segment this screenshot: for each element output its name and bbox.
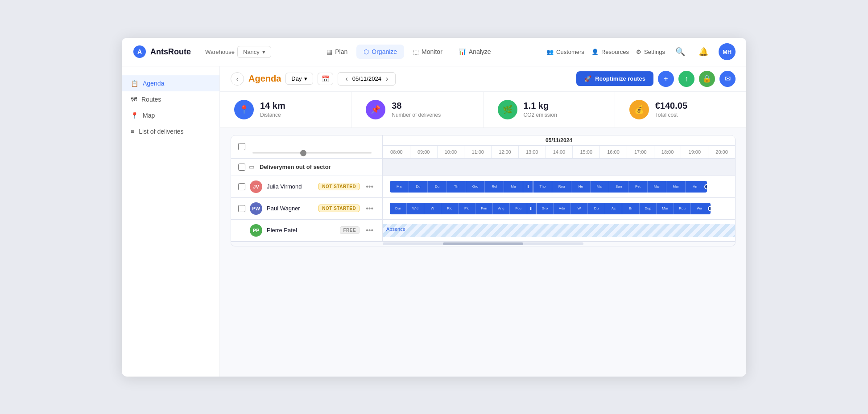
seg: Rou: [674, 203, 691, 214]
nav-right: 👥 Customers 👤 Resources ⚙ Settings 🔍 🔔 M…: [546, 43, 736, 60]
stat-co2: 🌿 1.1 kg CO2 emission: [484, 92, 615, 127]
co2-value: 1.1 kg: [524, 101, 557, 111]
stat-distance-info: 14 km Distance: [260, 101, 285, 118]
seg: Rou: [552, 181, 571, 193]
time-slot-8: 16:00: [599, 146, 627, 158]
sector-label: Deliverymen out of sector: [260, 164, 331, 170]
sidebar-item-map[interactable]: 📍 Map: [122, 107, 219, 123]
seg: Fou: [510, 203, 527, 214]
sector-row-left: ▭ Deliverymen out of sector: [231, 159, 383, 176]
customers-icon: 👥: [546, 49, 554, 55]
next-date-button[interactable]: ›: [384, 75, 390, 83]
content-area: ‹ Agenda Day ▾ 📅 ‹ 05/11/2024 › 🚀 Reopti…: [220, 66, 746, 377]
agenda-table: 05/11/2024 08:00 09:00 10:00 11:00 12:00…: [231, 135, 736, 246]
sidebar-item-routes[interactable]: 🗺 Routes: [122, 91, 219, 107]
seg-break: ⏸: [523, 181, 533, 193]
paul-more-button[interactable]: •••: [364, 205, 375, 213]
stat-cost-info: €140.05 Total cost: [655, 101, 687, 118]
time-slot-9: 17:00: [627, 146, 654, 158]
chevron-down-icon: ▾: [262, 49, 265, 55]
lock-button[interactable]: 🔒: [699, 71, 715, 87]
add-button[interactable]: +: [658, 71, 674, 87]
cost-label: Total cost: [655, 112, 687, 118]
search-button[interactable]: 🔍: [672, 44, 688, 60]
paul-segments: Dur Wid W Ric Pic Fon Ang Fou ⏸ Gro: [390, 203, 708, 214]
monitor-icon: ⬚: [413, 48, 419, 55]
seg: W: [571, 203, 588, 214]
nav-organize[interactable]: ⬡ Organize: [356, 45, 404, 59]
resources-link[interactable]: 👤 Resources: [591, 49, 629, 55]
nav-plan[interactable]: ▦ Plan: [319, 45, 355, 59]
julia-timeline[interactable]: Ma Du Du Th Gro Rol Ma ⏸ Tho Rou: [383, 176, 735, 197]
seg: Mar: [591, 181, 610, 193]
warehouse-dropdown[interactable]: Nancy ▾: [237, 46, 271, 58]
back-button[interactable]: ‹: [231, 72, 244, 86]
nav-analyze[interactable]: 📊 Analyze: [451, 45, 498, 59]
seg: Mar: [648, 181, 667, 193]
seg: Mar: [666, 181, 686, 193]
svg-text:A: A: [137, 48, 142, 55]
time-slot-0: 08:00: [383, 146, 410, 158]
julia-more-button[interactable]: •••: [364, 183, 375, 191]
warehouse-selector: Warehouse Nancy ▾: [205, 46, 271, 58]
user-avatar[interactable]: MH: [719, 43, 736, 60]
logo-area: A AntsRoute: [132, 45, 191, 59]
deliveries-value: 38: [392, 101, 441, 111]
time-slot-12: 20:00: [708, 146, 735, 158]
seg: Dur: [390, 203, 407, 214]
upload-button[interactable]: ↑: [678, 71, 694, 87]
paul-status: NOT STARTED: [318, 205, 360, 212]
nav-monitor[interactable]: ⬚ Monitor: [406, 45, 450, 59]
pierre-no-checkbox: [238, 227, 245, 234]
julia-checkbox[interactable]: [238, 183, 245, 190]
paul-timeline[interactable]: Dur Wid W Ric Pic Fon Ang Fou ⏸ Gro: [383, 198, 735, 219]
customers-link[interactable]: 👥 Customers: [546, 49, 584, 55]
seg: Ang: [493, 203, 510, 214]
agenda-icon: 📋: [131, 80, 138, 87]
scrollbar-thumb[interactable]: [443, 242, 523, 245]
map-icon: 📍: [131, 112, 138, 119]
absence-label: Absence: [383, 224, 409, 234]
stat-cost: 💰 €140.05 Total cost: [615, 92, 746, 127]
route-end-dot: [708, 206, 711, 211]
cost-icon: 💰: [629, 100, 649, 119]
view-selector[interactable]: Day ▾: [285, 73, 313, 85]
pierre-timeline: Absence: [383, 220, 735, 241]
cost-value: €140.05: [655, 101, 687, 111]
seg: Wa: [691, 203, 708, 214]
seg: Ac: [605, 203, 623, 214]
sector-checkbox[interactable]: [238, 164, 245, 171]
julia-row-left: JV Julia Virmond NOT STARTED •••: [231, 176, 383, 197]
seg: An: [686, 181, 704, 193]
settings-link[interactable]: ⚙ Settings: [636, 49, 665, 55]
seg: Du: [428, 181, 447, 193]
sidebar-item-list-of-deliveries[interactable]: ≡ List of deliveries: [122, 123, 219, 139]
email-button[interactable]: ✉: [719, 71, 736, 87]
paul-bar: Dur Wid W Ric Pic Fon Ang Fou ⏸ Gro: [390, 203, 711, 214]
seg: Du: [588, 203, 605, 214]
seg: Tho: [533, 181, 553, 193]
calendar-icon[interactable]: 📅: [318, 73, 333, 85]
select-all-checkbox[interactable]: [238, 143, 245, 150]
sector-row: ▭ Deliverymen out of sector: [231, 159, 735, 176]
seg: Ma: [390, 181, 409, 193]
time-slot-1: 09:00: [410, 146, 437, 158]
distance-label: Distance: [260, 112, 285, 118]
distance-value: 14 km: [260, 101, 285, 111]
seg: Pet: [628, 181, 648, 193]
paul-checkbox[interactable]: [238, 205, 245, 212]
reoptimize-button[interactable]: 🚀 Reoptimize routes: [576, 71, 653, 86]
seg: San: [609, 181, 628, 193]
pierre-more-button[interactable]: •••: [364, 226, 375, 234]
seg: Mar: [657, 203, 674, 214]
scrollbar-track[interactable]: [383, 242, 583, 245]
julia-status: NOT STARTED: [318, 183, 360, 190]
chevron-down-icon: ▾: [304, 75, 307, 82]
warehouse-label: Warehouse: [205, 49, 235, 55]
notifications-button[interactable]: 🔔: [695, 44, 711, 60]
sidebar-item-agenda[interactable]: 📋 Agenda: [122, 75, 219, 91]
app-window: A AntsRoute Warehouse Nancy ▾ ▦ Plan ⬡ O…: [122, 38, 746, 377]
time-slot-4: 12:00: [491, 146, 518, 158]
sidebar: 📋 Agenda 🗺 Routes 📍 Map ≡ List of delive…: [122, 66, 220, 377]
prev-date-button[interactable]: ‹: [343, 75, 349, 83]
